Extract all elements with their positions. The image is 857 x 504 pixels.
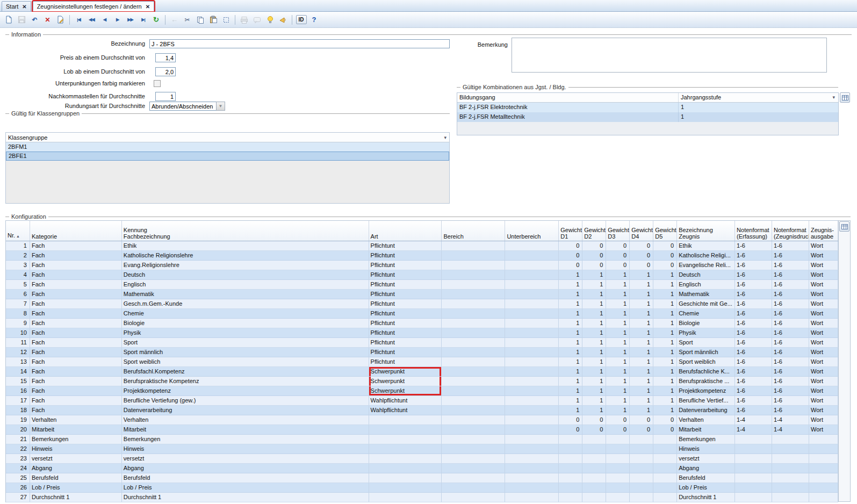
- table-row[interactable]: 22HinweisHinweisHinweis: [6, 444, 838, 454]
- refresh-icon[interactable]: ↻: [150, 13, 162, 26]
- column-header-nr[interactable]: Nr. ▲: [6, 221, 30, 241]
- column-header-bezeichnung-zeugnis[interactable]: BezeichnungZeugnis: [677, 221, 735, 241]
- hint-bulb-icon[interactable]: [264, 13, 276, 26]
- table-row[interactable]: 23versetztversetztversetzt: [6, 454, 838, 464]
- nachkommastellen-input[interactable]: [155, 92, 176, 101]
- nav-last-icon[interactable]: ▶|: [137, 13, 149, 26]
- column-header-bildungsgang[interactable]: Bildungsgang: [457, 93, 679, 102]
- tab-zeugniseinstellungen-festlegen-ndern[interactable]: Zeugniseinstellungen festlegen / ändern✕: [33, 1, 154, 11]
- cell-gewicht-d3: [606, 454, 630, 464]
- column-header-notenformat-erfassung[interactable]: Notenformat(Erfassung): [735, 221, 772, 241]
- nav-fast-prev-icon[interactable]: ◀◀: [85, 13, 98, 26]
- list-item[interactable]: 2BFM1: [6, 142, 449, 152]
- cell-gewicht-d4: [630, 444, 653, 454]
- table-row[interactable]: 26Lob / PreisLob / PreisLob / Preis: [6, 483, 838, 493]
- tab-close-icon[interactable]: ✕: [22, 4, 26, 10]
- table-row[interactable]: 21BemerkungenBemerkungenBemerkungen: [6, 435, 838, 444]
- paste-icon[interactable]: [207, 13, 219, 26]
- column-header-zeugnisausgabe[interactable]: Zeugnis-ausgabe: [809, 221, 838, 241]
- table-row[interactable]: 3FachEvang.ReligionslehrePflichtunt00000…: [6, 261, 838, 270]
- new-document-icon[interactable]: [3, 13, 15, 26]
- column-header-notenformat-zeugnisdruck[interactable]: Notenformat(Zeugnisdruck): [772, 221, 809, 241]
- delete-icon[interactable]: ✕: [41, 13, 54, 26]
- back-icon[interactable]: ←: [168, 13, 181, 26]
- table-row[interactable]: 25BerufsfeldBerufsfeldBerufsfeld: [6, 473, 838, 483]
- cell-art: Pflichtunt: [369, 261, 442, 270]
- list-item[interactable]: 2BFE1: [6, 152, 449, 161]
- table-row[interactable]: 16FachProjektkompetenzSchwerpunkt11111Pr…: [6, 386, 838, 396]
- cell-notenformat-erfassung: [735, 464, 772, 473]
- bemerkung-textarea[interactable]: [512, 38, 827, 73]
- undo-icon[interactable]: ↶: [28, 13, 41, 26]
- column-header-gewicht-d1[interactable]: GewichtD1: [559, 221, 582, 241]
- cell-gewicht-d2: 1: [582, 309, 606, 319]
- column-header-gewicht-d3[interactable]: GewichtD3: [606, 221, 630, 241]
- column-header-kategorie[interactable]: Kategorie: [30, 221, 122, 241]
- cell-bezeichnung-zeugnis: Hinweis: [677, 444, 735, 454]
- nav-prev-icon[interactable]: ◀: [98, 13, 111, 26]
- comment-icon[interactable]: [251, 13, 263, 26]
- cell-bezeichnung-zeugnis: Datenverarbeitung: [677, 406, 735, 415]
- table-row[interactable]: 14FachBerufsfachl.KompetenzSchwerpunkt11…: [6, 367, 838, 377]
- table-row[interactable]: 1FachEthikPflichtunt00000Ethik1-61-6Wort: [6, 241, 838, 251]
- column-header-gewicht-d4[interactable]: GewichtD4: [630, 221, 653, 241]
- table-row[interactable]: 12FachSport männlichPflichtunt11111Sport…: [6, 348, 838, 357]
- nav-next-icon[interactable]: ▶: [111, 13, 124, 26]
- cell-art: [369, 454, 442, 464]
- table-row[interactable]: 27Durchschnitt 1Durchschnitt 1Durchschni…: [6, 493, 838, 502]
- kombinationen-header-row: Bildungsgang Jahrgangsstufe ▾: [457, 93, 838, 103]
- table-row[interactable]: 7FachGesch.m.Gem.-KundePflichtunt11111Ge…: [6, 299, 838, 309]
- save-icon[interactable]: [16, 13, 28, 26]
- cell-gewicht-d2: 1: [582, 290, 606, 299]
- table-row[interactable]: 2FachKatholische ReligionslehrePflichtun…: [6, 251, 838, 261]
- table-row[interactable]: 19VerhaltenVerhalten00000Verhalten1-41-4…: [6, 415, 838, 425]
- cell-gewicht-d3: 1: [606, 290, 630, 299]
- table-row[interactable]: 17FachBerufliche Vertiefung (gew.)Wahlpf…: [6, 396, 838, 406]
- column-header-gewicht-d5[interactable]: GewichtD5: [653, 221, 677, 241]
- column-header-unterbereich[interactable]: Unterbereich: [505, 221, 559, 241]
- table-row[interactable]: BF 2-j.FSR Metalltechnik1: [457, 112, 838, 122]
- id-button[interactable]: ID: [295, 13, 307, 26]
- column-header-kennung-fachbezeichnung[interactable]: KennungFachbezeichnung: [122, 221, 369, 241]
- klassengruppe-column-header[interactable]: Klassengruppe ▾: [6, 133, 449, 142]
- table-row[interactable]: 6FachMathematikPflichtunt11111Mathematik…: [6, 290, 838, 299]
- copy-icon[interactable]: [194, 13, 206, 26]
- preis-input[interactable]: [155, 53, 176, 62]
- help-icon[interactable]: ?: [308, 13, 320, 26]
- edit-icon[interactable]: [54, 13, 67, 26]
- column-header-gewicht-d2[interactable]: GewichtD2: [582, 221, 606, 241]
- table-row[interactable]: 5FachEnglischPflichtunt11111Englisch1-61…: [6, 280, 838, 290]
- table-row[interactable]: 13FachSport weiblichPflichtunt11111Sport…: [6, 357, 838, 367]
- kombinationen-column-chooser-button[interactable]: [840, 92, 850, 103]
- print-icon[interactable]: [238, 13, 250, 26]
- filter-dropdown-icon[interactable]: ▾: [443, 135, 448, 140]
- nav-fast-next-icon[interactable]: ▶▶: [124, 13, 136, 26]
- cell-gewicht-d1: 1: [559, 290, 582, 299]
- konfiguration-column-chooser-button[interactable]: [839, 221, 849, 232]
- table-row[interactable]: 15FachBerufspraktische KompetenzSchwerpu…: [6, 377, 838, 386]
- column-header-bereich[interactable]: Bereich: [442, 221, 505, 241]
- table-row[interactable]: BF 2-j.FSR Elektrotechnik1: [457, 103, 838, 112]
- nav-first-icon[interactable]: |◀: [73, 13, 85, 26]
- column-header-jahrgangsstufe[interactable]: Jahrgangsstufe ▾: [679, 93, 838, 102]
- notify-horn-icon[interactable]: [277, 13, 289, 26]
- table-row[interactable]: 10FachPhysikPflichtunt11111Physik1-61-6W…: [6, 328, 838, 338]
- table-row[interactable]: 24AbgangAbgangAbgang: [6, 464, 838, 473]
- table-row[interactable]: 9FachBiologiePflichtunt11111Biologie1-61…: [6, 319, 838, 328]
- column-header-art[interactable]: Art: [369, 221, 442, 241]
- table-row[interactable]: 11FachSportPflichtunt11111Sport1-61-6Wor…: [6, 338, 838, 348]
- tab-close-icon[interactable]: ✕: [146, 4, 150, 10]
- lob-input[interactable]: [155, 67, 176, 76]
- table-row[interactable]: 18FachDatenverarbeitungWahlpflichtunt111…: [6, 406, 838, 415]
- table-row[interactable]: 20MitarbeitMitarbeit00000Mitarbeit1-41-4…: [6, 425, 838, 435]
- bezeichnung-input[interactable]: [149, 39, 450, 48]
- selection-icon[interactable]: [220, 13, 232, 26]
- cell-gewicht-d4: 0: [630, 261, 653, 270]
- tab-start[interactable]: Start✕: [2, 1, 31, 11]
- bildungsgang-cell: BF 2-j.FSR Metalltechnik: [457, 112, 679, 122]
- cut-icon[interactable]: ✂: [181, 13, 193, 26]
- filter-dropdown-icon[interactable]: ▾: [831, 93, 836, 102]
- table-row[interactable]: 4FachDeutschPflichtunt11111Deutsch1-61-6…: [6, 270, 838, 280]
- unterpunktungen-checkbox[interactable]: [154, 80, 161, 87]
- table-row[interactable]: 8FachChemiePflichtunt11111Chemie1-61-6Wo…: [6, 309, 838, 319]
